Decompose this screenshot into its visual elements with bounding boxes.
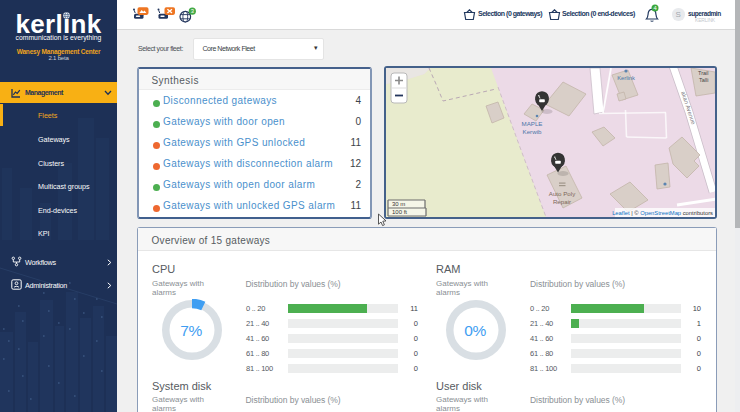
svg-text:100 ft: 100 ft	[392, 209, 407, 215]
svg-text:Leaflet | © OpenStreetMap cont: Leaflet | © OpenStreetMap contributors	[612, 210, 713, 216]
svg-text:Talli: Talli	[699, 77, 708, 83]
svg-text:30 m: 30 m	[392, 201, 405, 207]
svg-text:Kerwib: Kerwib	[523, 128, 542, 135]
svg-text:0%: 0%	[465, 322, 487, 339]
svg-text:MAPLE: MAPLE	[522, 120, 543, 127]
svg-text:Trail: Trail	[698, 70, 709, 76]
svg-text:Repair: Repair	[553, 198, 571, 205]
svg-text:7%: 7%	[181, 322, 203, 339]
svg-text:3: 3	[191, 8, 194, 14]
svg-text:Kerlink: Kerlink	[617, 75, 635, 81]
svg-text:Auto Poly: Auto Poly	[549, 190, 576, 197]
